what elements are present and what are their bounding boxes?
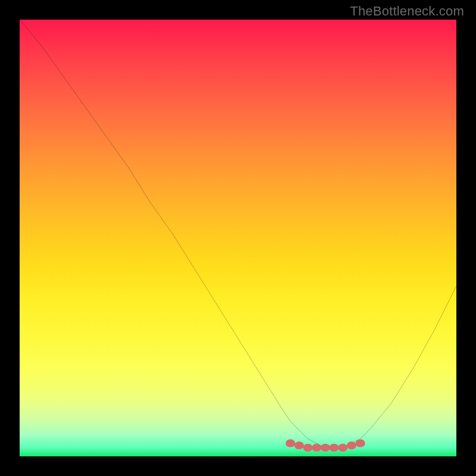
chart-frame: TheBottleneck.com [0, 0, 476, 476]
optimal-range-markers [286, 439, 365, 452]
marker-dot [312, 444, 321, 452]
chart-svg [20, 20, 456, 456]
marker-dot [355, 439, 365, 447]
marker-dot [347, 441, 356, 449]
plot-area [20, 20, 456, 456]
watermark-text: TheBottleneck.com [350, 4, 464, 19]
marker-dot [303, 444, 312, 452]
marker-dot [295, 441, 304, 449]
marker-dot [321, 444, 330, 452]
bottleneck-curve-line [20, 20, 456, 447]
marker-dot [338, 444, 347, 452]
marker-dot [329, 444, 339, 452]
marker-dot [286, 439, 295, 447]
